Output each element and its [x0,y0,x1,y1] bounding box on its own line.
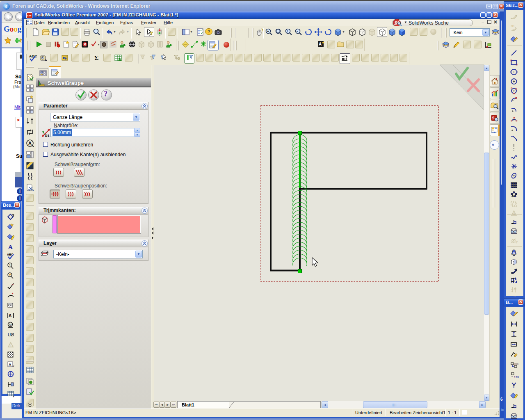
svg-text:AI: AI [9,323,12,326]
svg-text:!: ! [10,344,11,347]
svg-text:A: A [319,42,322,46]
svg-text:!: ! [287,30,288,33]
svg-text:D1: D1 [45,134,50,138]
svg-text:UØ: UØ [8,333,14,337]
svg-text:▼: ▼ [12,365,15,368]
svg-text:A: A [513,251,515,255]
svg-text:1: 1 [9,263,11,267]
svg-text:A: A [513,212,516,216]
svg-text:-: - [297,29,298,33]
svg-text:A: A [9,313,11,318]
svg-text:▼: ▼ [516,240,518,243]
svg-text:+: + [267,30,269,33]
svg-text:A: A [8,244,13,250]
svg-text:A: A [9,363,11,367]
svg-text:3D: 3D [511,25,514,27]
svg-text:▼: ▼ [12,395,15,398]
svg-text:123: 123 [514,376,519,379]
svg-text:A: A [28,141,32,146]
svg-text:mm: mm [514,363,518,365]
